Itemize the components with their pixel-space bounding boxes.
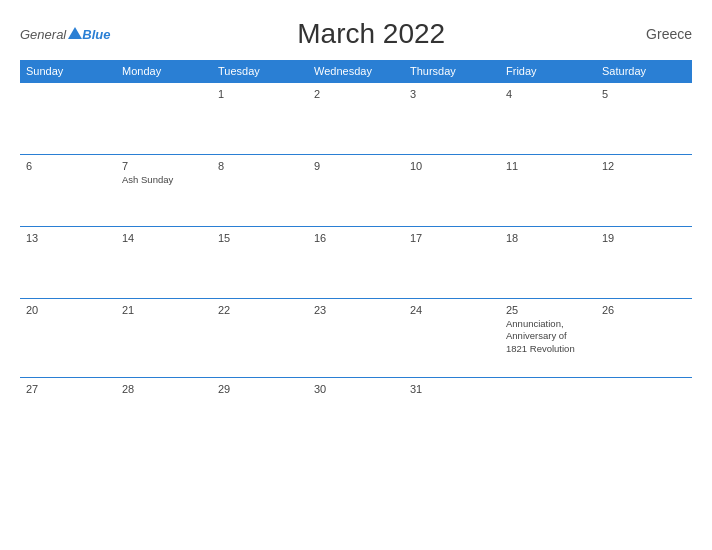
day-event: Ash Sunday <box>122 174 206 186</box>
table-row: 13 <box>20 227 116 299</box>
table-row: 10 <box>404 155 500 227</box>
day-number: 21 <box>122 304 206 316</box>
calendar-header-row: Sunday Monday Tuesday Wednesday Thursday… <box>20 60 692 83</box>
day-number: 18 <box>506 232 590 244</box>
col-thursday: Thursday <box>404 60 500 83</box>
calendar-week-row: 67Ash Sunday89101112 <box>20 155 692 227</box>
day-number: 10 <box>410 160 494 172</box>
table-row <box>20 83 116 155</box>
table-row: 11 <box>500 155 596 227</box>
calendar-week-row: 202122232425Annunciation, Anniversary of… <box>20 299 692 378</box>
logo: General Blue <box>20 25 110 43</box>
col-friday: Friday <box>500 60 596 83</box>
table-row: 28 <box>116 378 212 428</box>
logo-blue-text: Blue <box>82 27 110 42</box>
country-label: Greece <box>632 26 692 42</box>
table-row: 24 <box>404 299 500 378</box>
day-number: 6 <box>26 160 110 172</box>
calendar-page: General Blue March 2022 Greece Sunday Mo… <box>0 0 712 550</box>
table-row: 7Ash Sunday <box>116 155 212 227</box>
day-number: 19 <box>602 232 686 244</box>
day-number: 17 <box>410 232 494 244</box>
table-row: 21 <box>116 299 212 378</box>
calendar-table: Sunday Monday Tuesday Wednesday Thursday… <box>20 60 692 428</box>
col-sunday: Sunday <box>20 60 116 83</box>
table-row: 17 <box>404 227 500 299</box>
calendar-week-row: 13141516171819 <box>20 227 692 299</box>
logo-triangle-icon <box>68 27 82 39</box>
table-row: 5 <box>596 83 692 155</box>
table-row: 27 <box>20 378 116 428</box>
day-event: Annunciation, Anniversary of 1821 Revolu… <box>506 318 590 355</box>
day-number: 27 <box>26 383 110 395</box>
calendar-week-row: 12345 <box>20 83 692 155</box>
day-number: 20 <box>26 304 110 316</box>
day-number: 5 <box>602 88 686 100</box>
day-number: 8 <box>218 160 302 172</box>
day-number: 16 <box>314 232 398 244</box>
day-number: 1 <box>218 88 302 100</box>
table-row: 6 <box>20 155 116 227</box>
table-row: 23 <box>308 299 404 378</box>
table-row: 22 <box>212 299 308 378</box>
table-row <box>596 378 692 428</box>
table-row: 2 <box>308 83 404 155</box>
table-row <box>500 378 596 428</box>
day-number: 24 <box>410 304 494 316</box>
day-number: 29 <box>218 383 302 395</box>
col-wednesday: Wednesday <box>308 60 404 83</box>
day-number: 31 <box>410 383 494 395</box>
table-row: 19 <box>596 227 692 299</box>
table-row: 29 <box>212 378 308 428</box>
table-row: 30 <box>308 378 404 428</box>
table-row: 15 <box>212 227 308 299</box>
day-number: 15 <box>218 232 302 244</box>
table-row: 20 <box>20 299 116 378</box>
table-row: 31 <box>404 378 500 428</box>
day-number: 7 <box>122 160 206 172</box>
col-saturday: Saturday <box>596 60 692 83</box>
table-row: 9 <box>308 155 404 227</box>
table-row: 26 <box>596 299 692 378</box>
table-row: 4 <box>500 83 596 155</box>
day-number: 23 <box>314 304 398 316</box>
day-number: 14 <box>122 232 206 244</box>
table-row: 1 <box>212 83 308 155</box>
day-number: 22 <box>218 304 302 316</box>
calendar-title: March 2022 <box>110 18 632 50</box>
day-number: 26 <box>602 304 686 316</box>
table-row: 18 <box>500 227 596 299</box>
col-tuesday: Tuesday <box>212 60 308 83</box>
day-number: 25 <box>506 304 590 316</box>
day-number: 9 <box>314 160 398 172</box>
day-number: 28 <box>122 383 206 395</box>
table-row: 14 <box>116 227 212 299</box>
col-monday: Monday <box>116 60 212 83</box>
table-row: 12 <box>596 155 692 227</box>
header: General Blue March 2022 Greece <box>20 18 692 50</box>
day-number: 4 <box>506 88 590 100</box>
calendar-week-row: 2728293031 <box>20 378 692 428</box>
day-number: 3 <box>410 88 494 100</box>
logo-general-text: General <box>20 27 66 42</box>
day-number: 12 <box>602 160 686 172</box>
table-row: 16 <box>308 227 404 299</box>
table-row: 25Annunciation, Anniversary of 1821 Revo… <box>500 299 596 378</box>
day-number: 13 <box>26 232 110 244</box>
table-row <box>116 83 212 155</box>
day-number: 11 <box>506 160 590 172</box>
day-number: 2 <box>314 88 398 100</box>
day-number: 30 <box>314 383 398 395</box>
table-row: 8 <box>212 155 308 227</box>
table-row: 3 <box>404 83 500 155</box>
